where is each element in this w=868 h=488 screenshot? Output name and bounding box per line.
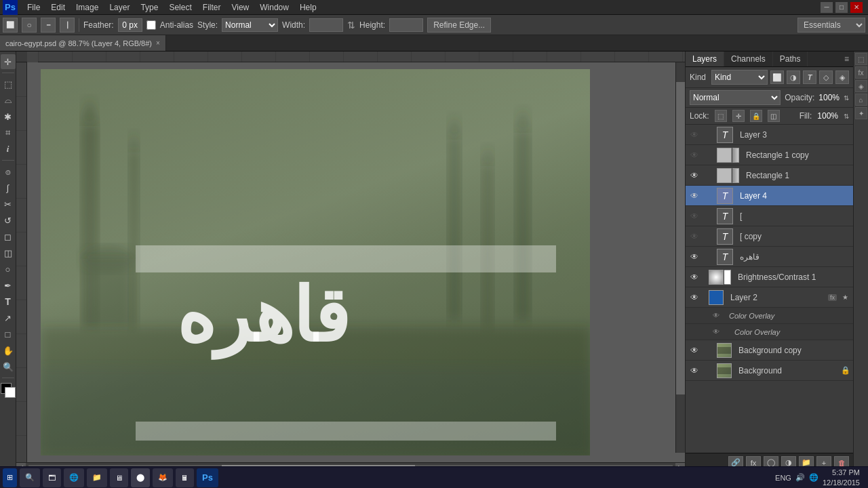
- layer-item-brightness[interactable]: 👁 Brightness/Contrast 1: [686, 267, 853, 287]
- move-tool[interactable]: ✛: [1, 54, 16, 69]
- layers-tab[interactable]: Layers: [686, 52, 724, 66]
- eyedropper-tool[interactable]: 𝒊: [1, 142, 16, 157]
- lasso-tool[interactable]: ⌓: [1, 93, 16, 108]
- layer-visibility-layer2[interactable]: 👁: [688, 291, 701, 304]
- panel-expand-button[interactable]: ≡: [840, 52, 853, 66]
- opacity-arrows[interactable]: ⇅: [844, 94, 849, 102]
- layer-visibility-bg-copy[interactable]: 👁: [688, 344, 701, 357]
- layer-visibility-background[interactable]: 👁: [688, 365, 701, 377]
- fill-arrows[interactable]: ⇅: [844, 113, 849, 120]
- menu-edit[interactable]: Edit: [45, 1, 71, 14]
- layer-visibility-arabic[interactable]: 👁: [688, 251, 701, 263]
- effect-vis-color-overlay[interactable]: 👁: [713, 328, 724, 336]
- ie-button[interactable]: 🌐: [64, 468, 84, 487]
- anti-alias-checkbox[interactable]: [146, 20, 156, 30]
- quick-select-tool[interactable]: ✱: [1, 109, 16, 124]
- mini-btn-1[interactable]: ⬚: [855, 53, 867, 65]
- layer-visibility-brightness[interactable]: 👁: [688, 271, 701, 283]
- menu-file[interactable]: File: [22, 1, 45, 14]
- ps-taskbar-button[interactable]: Ps: [197, 468, 218, 487]
- menu-filter[interactable]: Filter: [197, 1, 226, 14]
- type-tool[interactable]: T: [1, 294, 16, 309]
- layer-visibility-rect1copy[interactable]: 👁: [688, 149, 701, 161]
- mini-btn-5[interactable]: ✦: [855, 107, 867, 119]
- layer-item-layer4[interactable]: 👁 T Layer 4: [686, 186, 853, 206]
- explorer-button[interactable]: 📁: [87, 468, 107, 487]
- dodge-tool[interactable]: ○: [1, 262, 16, 277]
- channels-tab[interactable]: Channels: [724, 52, 773, 66]
- layer-item-rect1[interactable]: 👁 Rectangle 1: [686, 165, 853, 186]
- kind-pixel-icon[interactable]: ⬜: [770, 70, 784, 84]
- menu-view[interactable]: View: [226, 1, 254, 14]
- lock-all-button[interactable]: 🔒: [750, 110, 762, 122]
- menu-image[interactable]: Image: [71, 1, 104, 14]
- shape-tool[interactable]: □: [1, 327, 16, 342]
- lock-position-button[interactable]: ✛: [732, 110, 745, 122]
- marquee-tool-row[interactable]: ━: [41, 18, 56, 33]
- menu-layer[interactable]: Layer: [104, 1, 135, 14]
- feather-input[interactable]: [118, 18, 142, 32]
- layer-visibility-layer3[interactable]: 👁: [688, 129, 701, 141]
- search-button[interactable]: 🔍: [20, 468, 40, 487]
- layer-item-bg-copy[interactable]: 👁 Background copy: [686, 340, 853, 361]
- network-icon[interactable]: 🌐: [809, 473, 818, 482]
- lock-artboards-button[interactable]: ◫: [768, 110, 780, 122]
- height-input[interactable]: [389, 18, 423, 32]
- brush-tool[interactable]: ∫: [1, 180, 16, 195]
- layer-visibility-bracket[interactable]: 👁: [688, 210, 701, 222]
- hand-tool[interactable]: ✋: [1, 343, 16, 358]
- pen-tool[interactable]: ✒: [1, 278, 16, 293]
- layer-item-rect1copy[interactable]: 👁 Rectangle 1 copy: [686, 145, 853, 165]
- marquee-tool-rect[interactable]: ⬜: [3, 18, 18, 33]
- gradient-tool[interactable]: ◫: [1, 245, 16, 260]
- effect-vis-effects[interactable]: 👁: [713, 312, 724, 319]
- layer-visibility-rect1[interactable]: 👁: [688, 169, 701, 182]
- menu-window[interactable]: Window: [254, 1, 294, 14]
- mini-btn-2[interactable]: fx: [855, 66, 867, 79]
- minimize-button[interactable]: ─: [821, 2, 833, 13]
- firefox-button[interactable]: 🦊: [153, 468, 173, 487]
- crop-tool[interactable]: ⌗: [1, 125, 16, 140]
- close-button[interactable]: ✕: [850, 2, 863, 13]
- document-tab[interactable]: cairo-egypt.psd @ 88.7% (Layer 4, RGB/8#…: [0, 35, 166, 51]
- path-selection-tool[interactable]: ↗: [1, 310, 16, 325]
- calculator-button[interactable]: 🖩: [176, 468, 194, 487]
- menu-help[interactable]: Help: [294, 1, 322, 14]
- kind-shape-icon[interactable]: ◇: [819, 70, 833, 84]
- kind-adjustment-icon[interactable]: ◑: [787, 70, 800, 84]
- layer-item-bracket-copy[interactable]: 👁 T [ copy: [686, 226, 853, 247]
- chrome-button[interactable]: ⬤: [131, 468, 150, 487]
- paths-tab[interactable]: Paths: [773, 52, 808, 66]
- style-dropdown[interactable]: Normal Fixed Ratio Fixed Size: [222, 18, 278, 32]
- monitor-button[interactable]: 🖥: [110, 468, 128, 487]
- refine-edge-button[interactable]: Refine Edge...: [427, 18, 491, 33]
- mini-btn-4[interactable]: ⌂: [855, 94, 867, 106]
- mini-btn-3[interactable]: ◈: [855, 80, 867, 92]
- layer-item-layer3[interactable]: 👁 T Layer 3: [686, 125, 853, 145]
- healing-brush-tool[interactable]: ⌾: [1, 164, 16, 179]
- width-input[interactable]: [309, 18, 343, 32]
- kind-dropdown[interactable]: Kind: [711, 70, 768, 85]
- blend-mode-dropdown[interactable]: Normal: [690, 90, 781, 105]
- essentials-dropdown[interactable]: Essentials: [797, 18, 865, 33]
- clone-stamp-tool[interactable]: ✂: [1, 197, 16, 211]
- tab-close-button[interactable]: ×: [156, 39, 160, 47]
- eraser-tool[interactable]: ◻: [1, 229, 16, 244]
- restore-button[interactable]: □: [835, 2, 848, 13]
- volume-icon[interactable]: 🔊: [795, 473, 805, 482]
- kind-type-icon[interactable]: T: [803, 70, 816, 84]
- layer-item-bracket[interactable]: 👁 T [: [686, 206, 853, 226]
- history-brush-tool[interactable]: ↺: [1, 213, 16, 228]
- vertical-scrollbar[interactable]: [675, 62, 685, 453]
- canvas-scroll-area[interactable]: قاهره: [27, 62, 685, 462]
- marquee-tool-circle[interactable]: ○: [22, 18, 37, 33]
- menu-select[interactable]: Select: [163, 1, 197, 14]
- foreground-background-colors[interactable]: [1, 383, 16, 398]
- layer-item-arabic[interactable]: 👁 T قاهره: [686, 247, 853, 267]
- rectangular-marquee-tool[interactable]: ⬚: [1, 77, 16, 92]
- zoom-tool[interactable]: 🔍: [1, 359, 16, 374]
- system-clock[interactable]: 5:37 PM 12/18/2015: [823, 468, 860, 487]
- layer-item-layer2[interactable]: 👁 Layer 2 fx ★: [686, 287, 853, 308]
- layer-visibility-bracket-copy[interactable]: 👁: [688, 230, 701, 243]
- start-button[interactable]: ⊞: [3, 468, 17, 487]
